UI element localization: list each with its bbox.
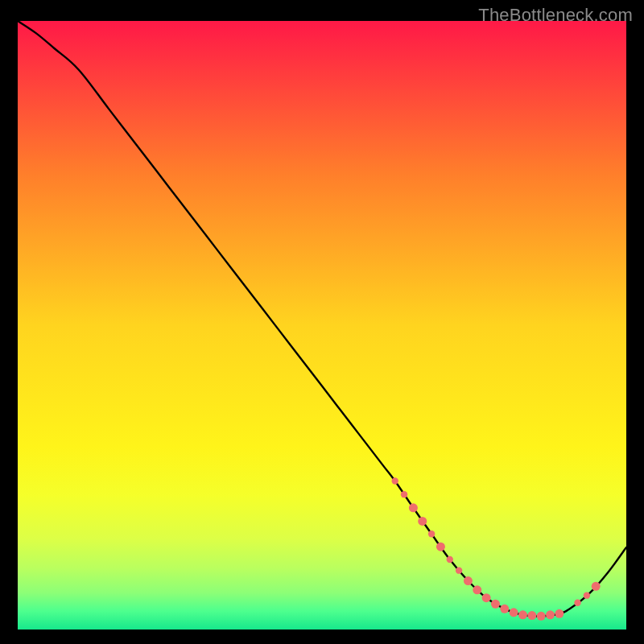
marker-dot xyxy=(464,576,473,585)
marker-dot xyxy=(418,517,427,526)
bottleneck-chart xyxy=(18,21,626,630)
marker-dot xyxy=(409,503,418,512)
marker-dot xyxy=(555,609,564,618)
marker-dot xyxy=(518,610,527,619)
marker-dot xyxy=(527,611,536,620)
marker-dot xyxy=(473,585,481,594)
marker-dot xyxy=(447,556,453,563)
marker-dot xyxy=(574,600,580,606)
marker-dot xyxy=(584,592,590,598)
marker-dot xyxy=(510,608,518,617)
marker-dot xyxy=(401,491,407,497)
marker-dot xyxy=(428,530,435,537)
marker-dot xyxy=(546,610,555,619)
marker-dot xyxy=(500,605,509,613)
chart-background xyxy=(18,21,626,630)
marker-dot xyxy=(436,543,445,551)
marker-dot xyxy=(537,612,546,621)
watermark-label: TheBottleneck.com xyxy=(478,5,633,26)
chart-stage: TheBottleneck.com xyxy=(0,0,644,644)
marker-dot xyxy=(456,567,462,573)
marker-dot xyxy=(392,477,398,484)
marker-dot xyxy=(592,582,601,591)
marker-dot xyxy=(482,593,491,602)
marker-dot xyxy=(491,600,500,609)
